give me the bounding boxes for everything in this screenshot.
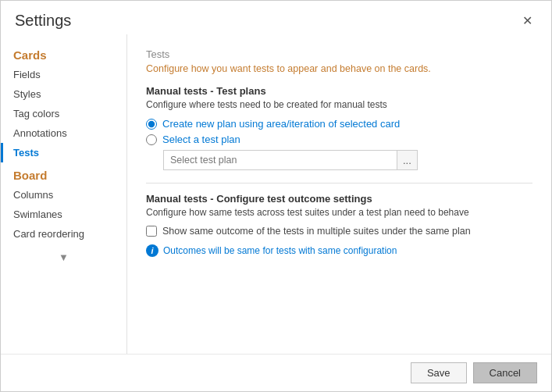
manual-tests-desc: Configure where tests need to be created…: [146, 99, 532, 110]
test-plan-input[interactable]: [163, 150, 397, 170]
info-icon: i: [146, 244, 158, 257]
section-divider: [146, 183, 532, 184]
test-plan-input-row: ...: [163, 150, 532, 170]
sidebar-item-card-reordering[interactable]: Card reordering: [1, 224, 126, 244]
sidebar-item-columns[interactable]: Columns: [1, 185, 126, 205]
sidebar-item-styles[interactable]: Styles: [1, 84, 126, 104]
radio-select-label[interactable]: Select a test plan: [162, 134, 240, 145]
radio-row-create: Create new plan using area/iteration of …: [146, 118, 532, 130]
radio-create[interactable]: [146, 119, 157, 130]
sidebar-item-fields[interactable]: Fields: [1, 65, 126, 84]
save-button[interactable]: Save: [411, 362, 467, 383]
sidebar-item-tag-colors[interactable]: Tag colors: [1, 104, 126, 123]
main-content: Tests Configure how you want tests to ap…: [127, 34, 551, 354]
dialog-header: Settings ✕: [1, 1, 551, 34]
sidebar-item-tests[interactable]: Tests: [1, 143, 126, 162]
cancel-button[interactable]: Cancel: [473, 362, 537, 383]
settings-dialog: Settings ✕ Cards Fields Styles Tag color…: [0, 0, 552, 392]
manual-tests-title: Manual tests - Test plans: [146, 85, 532, 97]
sidebar-item-annotations[interactable]: Annotations: [1, 123, 126, 143]
configure-desc: Configure how same tests across test sui…: [146, 207, 532, 218]
dialog-title: Settings: [15, 12, 71, 30]
dialog-body: Cards Fields Styles Tag colors Annotatio…: [1, 34, 551, 354]
info-text: Outcomes will be same for tests with sam…: [163, 245, 397, 256]
configure-title: Manual tests - Configure test outcome se…: [146, 193, 532, 205]
radio-select[interactable]: [146, 134, 157, 145]
radio-create-label[interactable]: Create new plan using area/iteration of …: [162, 118, 400, 130]
close-button[interactable]: ✕: [518, 13, 537, 29]
checkbox-same-outcome[interactable]: [146, 226, 157, 237]
test-plan-browse-button[interactable]: ...: [397, 150, 418, 170]
checkbox-same-outcome-label[interactable]: Show same outcome of the tests in multip…: [162, 226, 471, 237]
info-row: i Outcomes will be same for tests with s…: [146, 244, 532, 257]
radio-row-select: Select a test plan: [146, 134, 532, 145]
section-title: Tests: [146, 48, 532, 60]
sidebar-scroll-down[interactable]: ▼: [1, 244, 126, 271]
dialog-footer: Save Cancel: [1, 354, 551, 391]
radio-group-test-plans: Create new plan using area/iteration of …: [146, 118, 532, 145]
sidebar-item-swimlanes[interactable]: Swimlanes: [1, 205, 126, 224]
section-desc: Configure how you want tests to appear a…: [146, 63, 532, 74]
sidebar: Cards Fields Styles Tag colors Annotatio…: [1, 34, 127, 354]
sidebar-group-cards: Cards: [1, 42, 126, 65]
sidebar-group-board: Board: [1, 162, 126, 185]
checkbox-row-same-outcome: Show same outcome of the tests in multip…: [146, 226, 532, 237]
